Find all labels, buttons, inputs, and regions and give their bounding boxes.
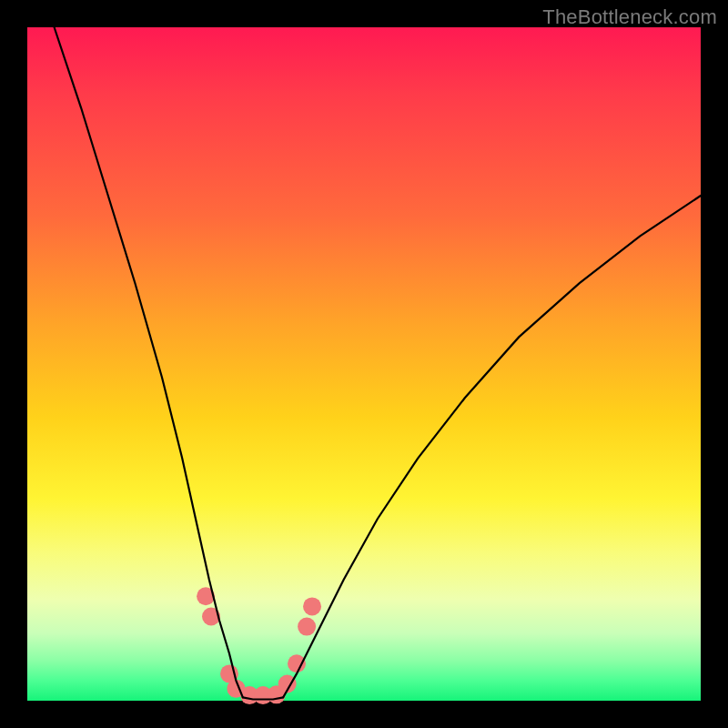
chart-lines — [55, 27, 701, 700]
chart-svg — [27, 27, 701, 701]
chart-marker — [298, 618, 316, 636]
chart-plot-area — [27, 27, 701, 701]
chart-frame: TheBottleneck.com — [0, 0, 728, 728]
watermark-label: TheBottleneck.com — [542, 5, 717, 29]
chart-marker — [288, 654, 306, 672]
chart-marker — [303, 597, 321, 615]
chart-series-right-branch — [283, 196, 701, 697]
